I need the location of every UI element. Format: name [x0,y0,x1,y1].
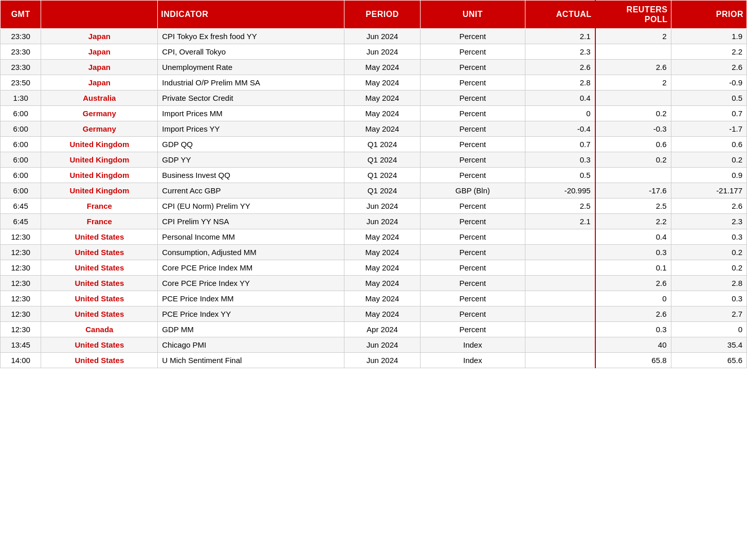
table-row: 12:30United StatesCore PCE Price Index Y… [1,276,747,291]
table-row: 6:45FranceCPI (EU Norm) Prelim YYJun 202… [1,198,747,214]
table-row: 12:30United StatesConsumption, Adjusted … [1,245,747,260]
table-row: 6:00GermanyImport Prices MMMay 2024Perce… [1,106,747,121]
table-row: 14:00United StatesU Mich Sentiment Final… [1,353,747,368]
header-prior: PRIOR [671,1,746,29]
table-row: 6:00United KingdomGDP QQQ1 2024Percent0.… [1,137,747,152]
table-row: 6:00GermanyImport Prices YYMay 2024Perce… [1,121,747,137]
table-row: 6:00United KingdomCurrent Acc GBPQ1 2024… [1,183,747,198]
table-row: 23:30JapanUnemployment RateMay 2024Perce… [1,60,747,75]
header-gmt: GMT [1,1,41,29]
table-row: 12:30United StatesPersonal Income MMMay … [1,229,747,245]
table-row: 23:30JapanCPI, Overall TokyoJun 2024Perc… [1,44,747,60]
table-row: 6:45FranceCPI Prelim YY NSAJun 2024Perce… [1,214,747,229]
table-row: 6:00United KingdomGDP YYQ1 2024Percent0.… [1,152,747,168]
header-actual: ACTUAL [525,1,595,29]
table-row: 12:30CanadaGDP MMApr 2024Percent0.30 [1,322,747,337]
header-unit: UNIT [420,1,525,29]
header-country: COUNTRY [41,1,158,29]
table-row: 1:30AustraliaPrivate Sector CreditMay 20… [1,91,747,106]
table-row: 12:30United StatesCore PCE Price Index M… [1,260,747,276]
table-row: 6:00United KingdomBusiness Invest QQQ1 2… [1,168,747,183]
table-row: 12:30United StatesPCE Price Index MMMay … [1,291,747,306]
header-period: PERIOD [344,1,420,29]
header-reuters-poll: REUTERSPOLL [595,1,671,29]
economic-calendar-table: GMT COUNTRY INDICATOR PERIOD UNIT ACTUAL… [0,0,747,368]
header-indicator: INDICATOR [158,1,344,29]
table-row: 23:50JapanIndustrial O/P Prelim MM SAMay… [1,75,747,91]
table-row: 23:30JapanCPI Tokyo Ex fresh food YYJun … [1,29,747,44]
table-row: 13:45United StatesChicago PMIJun 2024Ind… [1,337,747,353]
table-row: 12:30United StatesPCE Price Index YYMay … [1,306,747,322]
